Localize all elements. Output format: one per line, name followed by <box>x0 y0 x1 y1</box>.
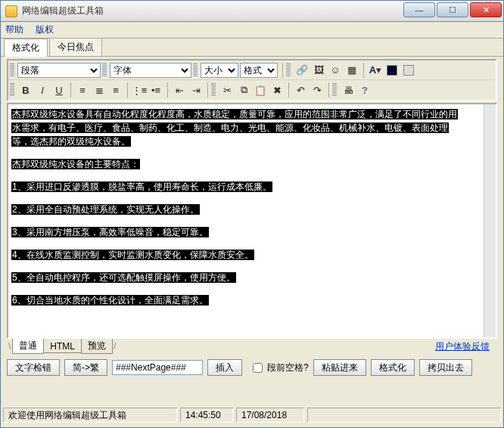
content-text: 5、全自动电控程序，还可选配触摸屏操作，使用方便。 <box>11 272 236 283</box>
trim-spaces-input[interactable] <box>253 363 263 373</box>
content-text: 4、在线水质监测控制，实时监测水质变化，保障水质安全。 <box>11 250 254 260</box>
toolbar-grip <box>10 83 14 97</box>
toolbar-grip <box>102 64 107 77</box>
app-icon <box>5 5 17 17</box>
undo-icon[interactable]: ↶ <box>292 82 309 98</box>
status-welcome: 欢迎使用网络编辑超级工具箱 <box>3 408 177 423</box>
italic-icon[interactable]: I <box>34 82 51 98</box>
top-tabstrip: 格式化 今日焦点 <box>1 39 503 57</box>
underline-icon[interactable]: U <box>51 82 67 98</box>
paragraph-select[interactable]: 段落 <box>17 63 101 78</box>
toolbar-row-2: B I U ≡ ≣ ≡ ⋮≡ •≡ ⇤ ⇥ ✂ ⧉ 📋 ✖ ↶ ↷ 🖶 ? <box>8 80 496 100</box>
titlebar: 网络编辑超级工具箱 — ☐ ✕ <box>1 1 503 22</box>
spellcheck-button[interactable]: 文字检错 <box>7 359 60 376</box>
table-icon[interactable]: ▦ <box>344 62 360 79</box>
trim-spaces-checkbox[interactable]: 段前空格? <box>250 361 309 375</box>
status-spacer <box>307 408 501 423</box>
nextpage-input[interactable] <box>112 360 203 375</box>
delete-icon[interactable]: ✖ <box>269 82 285 98</box>
content-text: 3、采用南方增压泵，高效率低噪音，稳定可靠。 <box>11 227 209 237</box>
content-text: 1、采用进口反渗透膜，脱盐率高，使用寿命长，运行成本低廉。 <box>11 181 272 192</box>
image-icon[interactable]: 🖼 <box>310 62 327 79</box>
print-icon[interactable]: 🖶 <box>340 82 356 98</box>
insert-button[interactable]: 插入 <box>207 359 242 376</box>
content-text: 6、切合当地水质的个性化设计，全面满足需求。 <box>11 295 209 305</box>
copy-icon[interactable]: ⧉ <box>235 82 252 98</box>
maximize-button[interactable]: ☐ <box>437 2 468 17</box>
toolbar-grip <box>286 64 291 77</box>
tab-preview[interactable]: 预览 <box>81 339 113 354</box>
tab-normal[interactable]: 普通 <box>12 339 44 354</box>
tab-today[interactable]: 今日焦点 <box>49 38 102 56</box>
text-color-icon[interactable]: A▾ <box>367 62 384 79</box>
lower-tabstrip: \ 普通 HTML 预览 / 用户体验反馈 <box>7 339 497 354</box>
bold-icon[interactable]: B <box>17 82 34 98</box>
menubar: 帮助 版权 <box>1 22 503 39</box>
content-text: 2、采用全自动预处理系统，实现无人化操作。 <box>11 204 200 215</box>
status-time: 14:45:50 <box>180 408 233 423</box>
scrollbar[interactable] <box>484 104 496 337</box>
paste-in-button[interactable]: 粘贴进来 <box>313 359 366 376</box>
outdent-icon[interactable]: ⇤ <box>171 82 188 98</box>
window-title: 网络编辑超级工具箱 <box>22 5 403 17</box>
menu-help[interactable]: 帮助 <box>5 23 23 36</box>
button-row: 文字检错 简->繁 插入 段前空格? 粘贴进来 格式化 拷贝出去 <box>7 357 497 378</box>
content-text: 水需求，有电子、医疗、食品、制药、化工、制造、电力、光电、能源、化妆品、机械补水… <box>11 123 449 133</box>
content-text: 等，选杰邦的双级纯水设备。 <box>11 136 131 147</box>
content-text: 杰邦双级纯水设备具有自动化程度化程度高，水质稳定，质量可靠，应用的范围非常广泛，… <box>11 109 458 119</box>
editor[interactable]: 杰邦双级纯水设备具有自动化程度化程度高，水质稳定，质量可靠，应用的范围非常广泛，… <box>7 103 497 339</box>
cut-icon[interactable]: ✂ <box>219 82 235 98</box>
redo-icon[interactable]: ↷ <box>309 82 325 98</box>
minimize-button[interactable]: — <box>403 2 435 17</box>
copy-out-button[interactable]: 拷贝出去 <box>419 359 472 376</box>
indent-icon[interactable]: ⇥ <box>188 82 204 98</box>
toolbar-grip <box>10 64 14 77</box>
style-select[interactable]: 格式 <box>240 63 278 78</box>
status-date: 17/08/2018 <box>236 408 304 423</box>
close-button[interactable]: ✕ <box>470 2 502 17</box>
tab-format[interactable]: 格式化 <box>4 39 48 57</box>
toolbar-row-1: 段落 字体 大小 格式 🔗 🖼 ☺ ▦ A▾ <box>8 60 496 80</box>
ordered-list-icon[interactable]: ⋮≡ <box>131 82 148 98</box>
tab-html[interactable]: HTML <box>43 340 82 353</box>
align-center-icon[interactable]: ≣ <box>91 82 107 98</box>
font-select[interactable]: 字体 <box>110 63 191 78</box>
content-text: 杰邦双级纯水设备的主要特点： <box>11 159 140 169</box>
toolbar-grip <box>193 64 198 77</box>
toolbar-grip <box>211 83 216 97</box>
bg-color-swatch[interactable] <box>400 62 417 79</box>
toolbar-area: 段落 字体 大小 格式 🔗 🖼 ☺ ▦ A▾ B I U ≡ ≣ ≡ <box>7 59 497 101</box>
paste-icon[interactable]: 📋 <box>252 82 269 98</box>
emoji-icon[interactable]: ☺ <box>327 62 344 79</box>
simp-to-trad-button[interactable]: 简->繁 <box>64 359 107 376</box>
menu-copyright[interactable]: 版权 <box>36 23 54 36</box>
format-button[interactable]: 格式化 <box>371 359 415 376</box>
statusbar: 欢迎使用网络编辑超级工具箱 14:45:50 17/08/2018 <box>3 407 501 423</box>
align-right-icon[interactable]: ≡ <box>107 82 124 98</box>
toolbar-grip <box>332 83 337 97</box>
font-color-swatch[interactable] <box>384 62 400 79</box>
feedback-link[interactable]: 用户体验反馈 <box>435 340 490 353</box>
link-icon[interactable]: 🔗 <box>294 62 310 79</box>
align-left-icon[interactable]: ≡ <box>74 82 91 98</box>
unordered-list-icon[interactable]: •≡ <box>148 82 164 98</box>
help-icon[interactable]: ? <box>356 82 373 98</box>
trim-spaces-label: 段前空格? <box>267 361 309 374</box>
size-select[interactable]: 大小 <box>201 63 238 78</box>
